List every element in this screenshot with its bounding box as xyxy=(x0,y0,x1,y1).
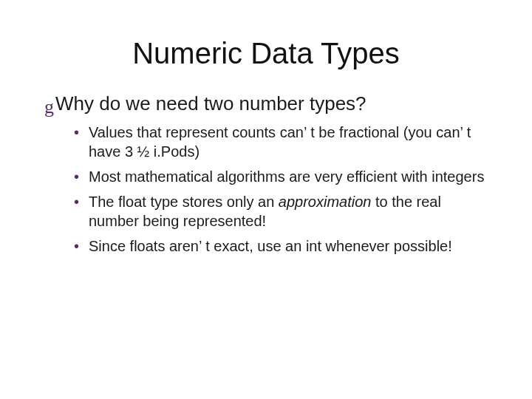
main-bullet: g Why do we need two number types? xyxy=(44,92,488,115)
bullet-text: t be fractional (you can xyxy=(310,124,460,140)
list-item: Most mathematical algorithms are very ef… xyxy=(74,167,488,186)
main-bullet-text: Why do we need two number types? xyxy=(55,92,366,115)
list-item: The float type stores only an approximat… xyxy=(74,192,488,231)
bullet-text: Since floats aren xyxy=(89,238,199,254)
bullet-text: Values that represent counts can xyxy=(89,124,304,140)
list-item: Since floats aren’ t exact, use an int w… xyxy=(74,236,488,256)
apostrophe: ’ xyxy=(304,124,310,140)
bullet-text: Most mathematical algorithms are very ef… xyxy=(89,168,484,185)
bullet-text: The float type stores only an xyxy=(89,194,279,210)
slide-title: Numeric Data Types xyxy=(44,37,488,70)
swirl-icon: g xyxy=(44,98,54,117)
list-item: Values that represent counts can’ t be f… xyxy=(74,123,488,161)
slide: Numeric Data Types g Why do we need two … xyxy=(0,0,532,399)
bullet-text: t exact, use an int whenever possible! xyxy=(205,238,452,254)
sub-bullet-list: Values that represent counts can’ t be f… xyxy=(74,123,488,256)
bullet-text-italic: approximation xyxy=(279,194,372,210)
apostrophe: ’ xyxy=(460,124,467,140)
apostrophe: ’ xyxy=(199,238,205,254)
